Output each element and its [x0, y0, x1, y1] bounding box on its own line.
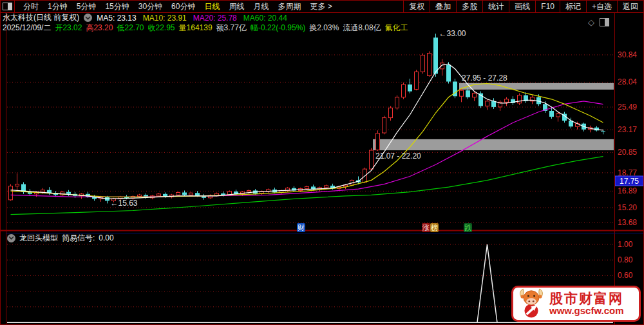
- ma-legend-undefined: MA20: 25.78: [193, 14, 237, 23]
- quote-field: 额3.77亿: [216, 23, 247, 34]
- event-marker-财[interactable]: 财: [297, 223, 305, 232]
- timeframe-menu: 分时1分钟5分钟15分钟30分钟60分钟日线周线月线多周期更多 >: [15, 1, 403, 12]
- window-layout-icon: [3, 3, 12, 10]
- event-marker-跌[interactable]: 跌: [464, 223, 472, 232]
- quote-field: 高23.20: [86, 23, 113, 34]
- subpanel-header: 龙回头模型 简易信号: 0.00: [7, 233, 114, 243]
- menu-item-更多 >[interactable]: 更多 >: [305, 1, 336, 12]
- svg-text:1.00: 1.00: [618, 240, 633, 249]
- event-marker-涨[interactable]: 涨: [422, 223, 430, 232]
- quote-fields: 开23.02高23.20低22.70收22.95量164139额3.77亿幅-0…: [55, 23, 408, 34]
- svg-text:←33.00: ←33.00: [439, 29, 466, 38]
- svg-text:17.75: 17.75: [620, 177, 639, 186]
- svg-text:27.95 - 27.28: 27.95 - 27.28: [462, 74, 507, 83]
- menu-item-周线[interactable]: 周线: [224, 1, 249, 12]
- event-marker-榜[interactable]: 榜: [430, 223, 439, 232]
- quote-field: 氟化工: [385, 23, 408, 34]
- menu-item-日线[interactable]: 日线: [200, 1, 224, 12]
- svg-text:23.17: 23.17: [618, 125, 637, 134]
- menu-item-分时[interactable]: 分时: [19, 1, 43, 12]
- menu-item-30分钟[interactable]: 30分钟: [134, 1, 167, 12]
- toolbar-item-F10[interactable]: F10: [535, 1, 560, 12]
- watermark-text: 股市财富网 www.gscfw.com: [549, 291, 624, 316]
- indicator-signal-label: 简易信号:: [62, 233, 95, 244]
- app-window: 分时1分钟5分钟15分钟30分钟60分钟日线周线月线多周期更多 > 复权叠加多股…: [0, 0, 644, 325]
- menu-item-15分钟[interactable]: 15分钟: [100, 1, 133, 12]
- candles: [9, 34, 606, 203]
- annotations: ←33.00←15.6321.07 - 22.2027.95 - 27.28: [111, 29, 508, 208]
- toolbar-item-+自选[interactable]: +自选: [586, 1, 617, 12]
- toolbar-menu: 复权叠加多股统计画线F10标记+自选返回: [403, 1, 643, 12]
- quote-bar: 2025/12/09/二 开23.02高23.20低22.70收22.95量16…: [3, 23, 408, 33]
- chart-corner-icons: ◇: [588, 18, 609, 26]
- toolbar-item-多股[interactable]: 多股: [456, 1, 482, 12]
- diamond-marker-icon[interactable]: ◇: [588, 18, 594, 26]
- svg-text:21.07 - 22.20: 21.07 - 22.20: [375, 152, 421, 161]
- quote-field: 收22.95: [148, 23, 175, 34]
- toolbar-item-标记[interactable]: 标记: [560, 1, 586, 12]
- svg-text:28.04: 28.04: [618, 77, 637, 86]
- menu-item-60分钟[interactable]: 60分钟: [167, 1, 200, 12]
- ma-legend-undefined: MA60: 20.44: [243, 14, 287, 23]
- quote-field: 量164139: [179, 23, 213, 34]
- indicator-signal-value: 0.00: [99, 233, 113, 242]
- svg-text:0.80: 0.80: [618, 255, 633, 264]
- quote-field: 换2.03%: [309, 23, 339, 34]
- svg-text:←15.63: ←15.63: [111, 199, 138, 208]
- indicator-name[interactable]: 龙回头模型: [19, 233, 58, 244]
- chevron-down-icon[interactable]: [7, 234, 15, 242]
- ma-legend-undefined: MA10: 23.91: [143, 14, 187, 23]
- svg-text:15.20: 15.20: [618, 203, 637, 212]
- svg-text:30.84: 30.84: [618, 50, 637, 59]
- quote-field: 开23.02: [55, 23, 82, 34]
- quote-field: 幅-0.22(-0.95%): [251, 23, 305, 34]
- menu-item-月线[interactable]: 月线: [249, 1, 273, 12]
- svg-text:0.60: 0.60: [618, 271, 633, 280]
- bull-logo-icon: [517, 288, 545, 320]
- svg-text:16.89: 16.89: [618, 186, 637, 195]
- layout-toggle-button[interactable]: [1, 1, 15, 12]
- toolbar-item-统计[interactable]: 统计: [482, 1, 509, 12]
- watermark: 股市财富网 www.gscfw.com: [511, 286, 641, 322]
- price-gridlines: 30.8428.0425.4923.1720.8518.7716.8915.20…: [7, 50, 637, 227]
- svg-text:20.85: 20.85: [618, 148, 637, 157]
- axis-cursor-label: 17.75: [615, 176, 643, 186]
- menu-item-1分钟[interactable]: 1分钟: [43, 1, 72, 12]
- watermark-site-url: www.gscfw.com: [549, 306, 624, 316]
- ma-legend: MA5: 23.13MA10: 23.91MA20: 25.78MA60: 20…: [97, 14, 287, 23]
- svg-text:25.49: 25.49: [618, 103, 637, 112]
- stock-title: 永太科技(日线 前复权): [3, 12, 79, 23]
- panel-toggle-icon[interactable]: [600, 18, 609, 26]
- ma-legend-undefined: MA5: 23.13: [97, 14, 136, 23]
- toolbar-item-复权[interactable]: 复权: [403, 1, 430, 12]
- svg-text:13.68: 13.68: [618, 218, 637, 227]
- watermark-site-name: 股市财富网: [549, 291, 624, 306]
- toolbar-item-叠加[interactable]: 叠加: [430, 1, 456, 12]
- main-chart[interactable]: 30.8428.0425.4923.1720.8518.7716.8915.20…: [1, 1, 644, 325]
- chevron-down-icon[interactable]: [84, 14, 92, 22]
- toolbar-item-画线[interactable]: 画线: [509, 1, 535, 12]
- quote-date: 2025/12/09/二: [3, 23, 51, 34]
- quote-field: 低22.70: [117, 23, 144, 34]
- menubar: 分时1分钟5分钟15分钟30分钟60分钟日线周线月线多周期更多 > 复权叠加多股…: [1, 1, 643, 13]
- menu-item-5分钟[interactable]: 5分钟: [72, 1, 101, 12]
- menu-item-多周期[interactable]: 多周期: [273, 1, 305, 12]
- quote-field: 流通8.08亿: [343, 23, 381, 34]
- toolbar-item-返回[interactable]: 返回: [617, 1, 643, 12]
- pane-borders: [1, 12, 644, 325]
- info-bar: 永太科技(日线 前复权) MA5: 23.13MA10: 23.91MA20: …: [3, 13, 287, 23]
